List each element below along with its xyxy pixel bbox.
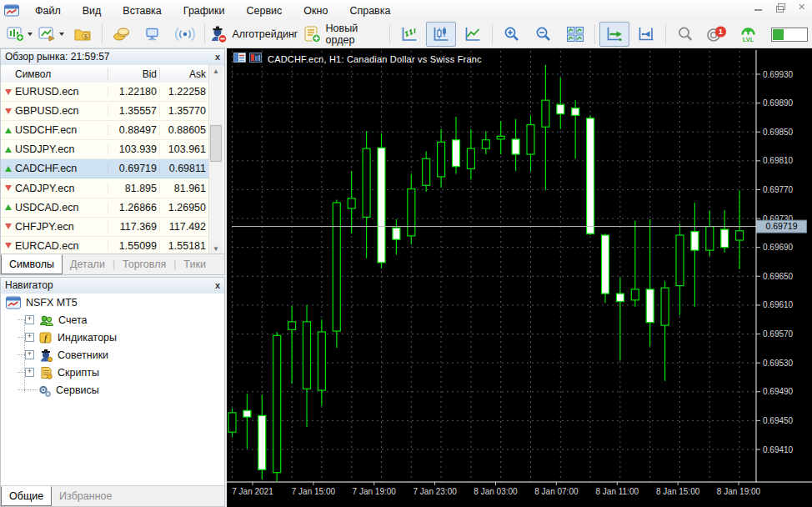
algo-trading-button[interactable]: Алготрейдинг: [209, 22, 297, 47]
search-button[interactable]: [670, 22, 700, 47]
market-watch-scrollbar[interactable]: ▲ ▼: [208, 65, 223, 256]
expand-plus-icon[interactable]: +: [25, 333, 34, 342]
menu-tools[interactable]: Сервис: [236, 2, 293, 20]
menu-view[interactable]: Вид: [72, 2, 113, 20]
expand-plus-icon[interactable]: +: [25, 350, 34, 359]
table-row-CHFJPY.ecn[interactable]: CHFJPY.ecn117.369117.492: [1, 218, 209, 237]
tree-connector: [18, 337, 25, 338]
tile-windows-button[interactable]: [560, 22, 590, 47]
bid-value: 0.88497: [108, 124, 159, 136]
chevron-down-icon[interactable]: [28, 33, 33, 36]
close-icon[interactable]: [797, 3, 807, 13]
indicators-icon: f: [39, 331, 53, 344]
bid-value: 0.69719: [108, 163, 159, 174]
table-row-CADJPY.ecn[interactable]: CADJPY.ecn81.89581.961: [1, 178, 209, 198]
tree-item-3[interactable]: +Советники: [1, 346, 224, 364]
tab-navigator-2[interactable]: Избранное: [52, 488, 119, 505]
column-bid[interactable]: Bid: [108, 68, 159, 80]
tree-item-4[interactable]: +Скрипты: [1, 364, 224, 381]
table-row-CADCHF.ecn[interactable]: CADCHF.ecn0.697190.69811: [1, 159, 209, 178]
ask-value: 1.22258: [159, 86, 209, 98]
price-down-icon: [5, 185, 12, 191]
svg-text:8 Jan 19:00: 8 Jan 19:00: [717, 487, 761, 496]
signals-button[interactable]: [170, 22, 200, 47]
market-watch-column-headers[interactable]: Символ Bid Ask: [1, 65, 209, 83]
chart-title-text: CADCHF.ecn, H1: Canadian Dollar vs Swiss…: [268, 54, 482, 64]
table-row-USDCAD.ecn[interactable]: USDCAD.ecn1.268661.26950: [1, 198, 209, 218]
navigator-title: Навигатор: [5, 279, 53, 291]
table-row-GBPUSD.ecn[interactable]: GBPUSD.ecn1.355571.35770: [1, 102, 209, 121]
table-row-USDCHF.ecn[interactable]: USDCHF.ecn0.884970.88605: [1, 121, 209, 140]
tab-market-watch-1[interactable]: Символы: [1, 254, 63, 274]
tree-root-account[interactable]: NSFX MT5: [1, 294, 224, 311]
depth-of-market-icon[interactable]: [249, 53, 262, 65]
table-row-EURUSD.ecn[interactable]: EURUSD.ecn1.221801.22258: [1, 83, 209, 102]
candles-chart-button[interactable]: [426, 22, 456, 47]
scrollbar-thumb[interactable]: [210, 125, 222, 162]
bid-value: 1.35557: [108, 105, 159, 117]
table-row-USDJPY.ecn[interactable]: USDJPY.ecn103.939103.961: [1, 140, 209, 159]
tree-item-5[interactable]: Сервисы: [1, 381, 224, 399]
expand-plus-icon[interactable]: +: [25, 368, 34, 377]
coins-icon: [112, 26, 132, 43]
symbol-label: USDJPY.ecn: [15, 143, 108, 155]
autoscroll-button[interactable]: [599, 22, 629, 47]
vps-button[interactable]: [138, 22, 168, 47]
bars-chart-button[interactable]: [394, 22, 424, 47]
notifications-button[interactable]: 1: [702, 22, 732, 47]
levels-button[interactable]: LVL: [734, 22, 764, 47]
tree-connector: [18, 354, 25, 355]
svg-text:0.69530: 0.69530: [763, 359, 794, 368]
tree-item-2[interactable]: +fИндикаторы: [1, 329, 224, 346]
line-chart-button[interactable]: [458, 22, 488, 47]
market-folder-button[interactable]: $: [68, 22, 98, 47]
tab-market-watch-4[interactable]: Тики: [176, 256, 213, 274]
svg-text:7 Jan 23:00: 7 Jan 23:00: [413, 487, 457, 496]
close-icon[interactable]: x: [215, 278, 220, 294]
tab-market-watch-3[interactable]: Торговля: [115, 256, 173, 274]
bid-value: 103.939: [108, 143, 159, 155]
svg-text:0.69410: 0.69410: [763, 445, 794, 454]
ask-value: 0.88605: [159, 124, 209, 136]
zoom-in-button[interactable]: [497, 22, 527, 47]
menu-insert[interactable]: Вставка: [112, 2, 172, 20]
candlestick-chart[interactable]: 0.699300.698900.698500.698100.697700.697…: [227, 48, 812, 507]
market-watch-header[interactable]: Обзор рынка: 21:59:57 x: [1, 49, 224, 66]
tab-navigator-1[interactable]: Общие: [1, 486, 52, 506]
connection-meter[interactable]: [765, 22, 811, 47]
notifications-icon: 1: [704, 25, 729, 43]
minimize-icon[interactable]: [754, 3, 764, 13]
new-chart-button[interactable]: [4, 22, 34, 47]
toolbar: $АлготрейдингНовый ордер1LVL: [0, 21, 812, 48]
deposit-button[interactable]: [107, 22, 137, 47]
tab-market-watch-2[interactable]: Детали: [63, 256, 113, 274]
scroll-up-icon[interactable]: ▲: [209, 65, 223, 78]
autoscroll-icon: [604, 26, 624, 43]
svg-text:$: $: [84, 33, 88, 40]
menu-window[interactable]: Окно: [293, 2, 338, 20]
column-symbol[interactable]: Символ: [15, 68, 108, 80]
new-order-button[interactable]: Новый ордер: [299, 22, 385, 47]
chart-window[interactable]: CADCHF.ecn, H1: Canadian Dollar vs Swiss…: [227, 48, 812, 507]
restore-icon[interactable]: [775, 3, 785, 13]
chevron-down-icon[interactable]: [59, 33, 64, 36]
quick-trade-panel-icon[interactable]: [233, 53, 246, 65]
menu-file[interactable]: Файл: [24, 2, 72, 20]
close-icon[interactable]: x: [215, 49, 220, 65]
profiles-button[interactable]: [36, 22, 66, 47]
chart-shift-button[interactable]: [631, 22, 661, 47]
market-watch-table: EURUSD.ecn1.221801.22258GBPUSD.ecn1.3555…: [1, 83, 209, 256]
toolbar-separator: [665, 24, 666, 44]
menu-charts[interactable]: Графики: [173, 2, 236, 20]
tree-connector: [18, 389, 25, 390]
column-ask[interactable]: Ask: [159, 68, 209, 80]
tree-item-1[interactable]: +Счета: [1, 311, 224, 329]
svg-text:0.69570: 0.69570: [763, 329, 794, 339]
navigator-header[interactable]: Навигатор x: [1, 278, 224, 294]
svg-text:0.69810: 0.69810: [763, 156, 794, 165]
market-watch-panel: Обзор рынка: 21:59:57 x Символ Bid Ask E…: [0, 48, 225, 275]
expand-plus-icon[interactable]: +: [25, 315, 34, 324]
menu-help[interactable]: Справка: [338, 2, 401, 20]
svg-text:1: 1: [719, 27, 724, 36]
zoom-out-button[interactable]: [529, 22, 559, 47]
